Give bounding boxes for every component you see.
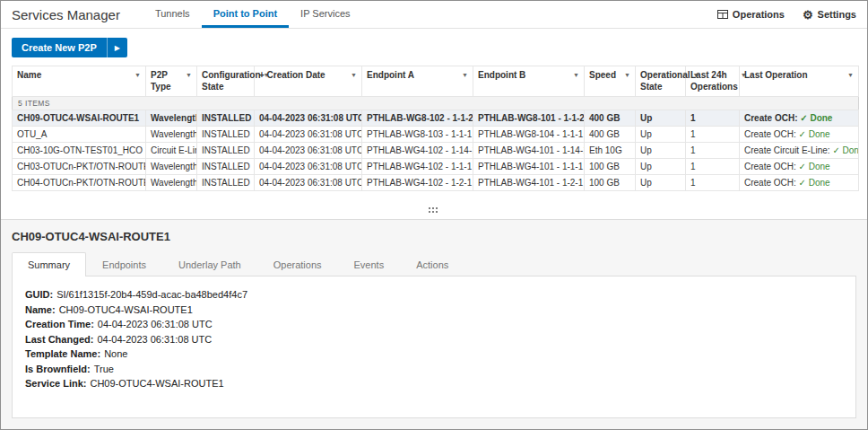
- column-header-last-operation[interactable]: Last Operation▼: [740, 66, 859, 97]
- detail-tab-summary[interactable]: Summary: [12, 252, 86, 276]
- cell-speed: 100 GB: [585, 175, 636, 191]
- items-count-label: 5 ITEMS: [13, 97, 859, 110]
- summary-card: GUID:SI/61f1315f-20b4-459d-acac-ba48bed4…: [12, 276, 856, 418]
- table-row[interactable]: CH04-OTUCn-PKT/OTN-ROUTE2 Wavelength INS…: [13, 175, 859, 191]
- cell-endpoint-a: PTHLAB-WG8-102 - 1-1-2: [362, 110, 473, 127]
- detail-tab-operations[interactable]: Operations: [257, 252, 338, 276]
- cell-creation-date: 04-04-2023 06:31:08 UTC: [255, 143, 362, 159]
- cell-endpoint-b: PTHLAB-WG4-101 - 1-14-1: [473, 143, 585, 159]
- panel-splitter[interactable]: [1, 203, 867, 219]
- top-bar: Services Manager Tunnels Point to Point …: [1, 1, 867, 29]
- cell-endpoint-b: PTHLAB-WG8-104 - 1-1-1: [473, 127, 585, 143]
- create-new-p2p-split-button: Create New P2P ▶: [12, 38, 127, 57]
- create-new-p2p-button[interactable]: Create New P2P: [12, 38, 107, 57]
- cell-last-24h-operations: 1: [686, 143, 740, 159]
- operation-done-status: ✓ Done: [832, 145, 858, 155]
- table-row[interactable]: CH03-10G-OTN-TEST01_HCO 1-14-1 Circuit E…: [13, 143, 859, 159]
- operations-label: Operations: [733, 9, 785, 20]
- cell-creation-date: 04-04-2023 06:31:08 UTC: [255, 110, 362, 127]
- operation-done-status: ✓ Done: [799, 162, 830, 171]
- cell-operational-state: Up: [636, 175, 686, 191]
- cell-last-24h-operations: 1: [686, 127, 740, 143]
- cell-configuration-state: INSTALLED: [197, 175, 255, 191]
- cell-endpoint-b: PTHLAB-WG4-101 - 1-1-1: [473, 159, 585, 175]
- cell-last-operation: Create OCH: ✓ Done: [740, 175, 859, 191]
- items-count-row: 5 ITEMS: [13, 97, 859, 110]
- filter-caret-icon[interactable]: ▼: [351, 70, 357, 82]
- column-header-operational-state[interactable]: Operational State▼: [636, 66, 686, 97]
- cell-last-24h-operations: 1: [686, 159, 740, 175]
- tab-point-to-point[interactable]: Point to Point: [202, 1, 289, 28]
- cell-configuration-state: INSTALLED: [197, 110, 255, 127]
- cell-speed: Eth 10G: [585, 143, 636, 159]
- cell-name: CH03-OTUCn-PKT/OTN-ROUTE1: [13, 159, 146, 175]
- cell-endpoint-b: PTHLAB-WG4-101 - 1-2-1: [473, 175, 585, 191]
- summary-row-is-brownfield: Is Brownfield:True: [25, 362, 843, 377]
- filter-caret-icon[interactable]: ▼: [186, 70, 192, 92]
- cell-p2p-type: Wavelength: [146, 175, 197, 191]
- cell-creation-date: 04-04-2023 06:31:08 UTC: [255, 175, 362, 191]
- column-header-creation-date[interactable]: + Creation Date▼: [255, 66, 362, 97]
- create-new-p2p-dropdown-icon[interactable]: ▶: [107, 38, 127, 57]
- cell-last-operation: Create OCH: ✓ Done: [740, 127, 859, 143]
- filter-caret-icon[interactable]: ▼: [462, 70, 468, 82]
- settings-label: Settings: [818, 9, 856, 20]
- cell-last-operation: Create OCH: ✓ Done: [740, 110, 859, 127]
- column-header-name[interactable]: Name▼: [13, 66, 146, 97]
- summary-row-creation-time: Creation Time:04-04-2023 06:31:08 UTC: [25, 317, 843, 332]
- cell-endpoint-a: PTHLAB-WG4-102 - 1-14-1: [362, 143, 473, 159]
- cell-name: CH04-OTUCn-PKT/OTN-ROUTE2: [13, 175, 146, 191]
- detail-tab-strip: Summary Endpoints Underlay Path Operatio…: [12, 252, 856, 276]
- cell-name: CH09-OTUC4-WSAI-ROUTE1: [13, 110, 146, 127]
- column-header-configuration-state[interactable]: Configuration State▼: [197, 66, 255, 97]
- filter-caret-icon[interactable]: ▼: [847, 70, 854, 82]
- cell-last-24h-operations: 1: [686, 175, 740, 191]
- detail-title: CH09-OTUC4-WSAI-ROUTE1: [12, 230, 856, 243]
- column-header-last-24h-operations[interactable]: Last 24h Operations▼: [686, 66, 740, 97]
- detail-tab-endpoints[interactable]: Endpoints: [86, 252, 162, 276]
- services-table: Name▼ P2P Type▼ Configuration State▼ + C…: [12, 66, 859, 191]
- cell-operational-state: Up: [636, 110, 686, 127]
- drag-handle-icon[interactable]: [429, 207, 439, 215]
- cell-last-24h-operations: 1: [686, 110, 740, 127]
- cell-last-operation: Create Circuit E-Line: ✓ Done: [740, 143, 859, 159]
- p2p-table-section: Create New P2P ▶ Name▼ P2P Type▼ Configu…: [1, 29, 867, 203]
- cell-speed: 400 GB: [585, 127, 636, 143]
- services-manager-window: Services Manager Tunnels Point to Point …: [0, 0, 868, 430]
- page-title: Services Manager: [12, 7, 120, 22]
- filter-caret-icon[interactable]: ▼: [624, 70, 630, 82]
- gear-icon: ⚙: [803, 9, 813, 21]
- operation-done-status: ✓ Done: [800, 113, 832, 123]
- column-header-speed[interactable]: Speed▼: [585, 66, 636, 97]
- summary-row-template-name: Template Name:None: [25, 347, 843, 362]
- operation-done-status: ✓ Done: [799, 178, 830, 188]
- detail-panel: CH09-OTUC4-WSAI-ROUTE1 Summary Endpoints…: [1, 219, 867, 429]
- operation-done-status: ✓ Done: [799, 129, 830, 139]
- filter-caret-icon[interactable]: ▼: [135, 70, 141, 82]
- table-row[interactable]: CH03-OTUCn-PKT/OTN-ROUTE1 Wavelength INS…: [13, 159, 859, 175]
- column-header-endpoint-b[interactable]: Endpoint B▼: [473, 66, 585, 97]
- cell-configuration-state: INSTALLED: [197, 143, 255, 159]
- detail-tab-events[interactable]: Events: [338, 252, 401, 276]
- table-row[interactable]: CH09-OTUC4-WSAI-ROUTE1 Wavelength INSTAL…: [13, 110, 859, 127]
- cell-p2p-type: Wavelength: [146, 127, 197, 143]
- summary-row-last-changed: Last Changed:04-04-2023 06:31:08 UTC: [25, 332, 843, 347]
- summary-row-service-link: Service Link:CH09-OTUC4-WSAI-ROUTE1: [25, 376, 843, 391]
- settings-button[interactable]: ⚙ Settings: [803, 9, 856, 21]
- cell-operational-state: Up: [636, 159, 686, 175]
- filter-caret-icon[interactable]: ▼: [573, 70, 579, 82]
- detail-tab-underlay-path[interactable]: Underlay Path: [162, 252, 257, 276]
- top-actions: Operations ⚙ Settings: [717, 1, 856, 28]
- cell-creation-date: 04-04-2023 06:31:08 UTC: [255, 127, 362, 143]
- cell-endpoint-a: PTHLAB-WG4-102 - 1-1-1: [362, 159, 473, 175]
- column-header-p2p-type[interactable]: P2P Type▼: [146, 66, 197, 97]
- column-header-endpoint-a[interactable]: Endpoint A▼: [362, 66, 473, 97]
- cell-p2p-type: Circuit E-Line: [146, 143, 197, 159]
- operations-button[interactable]: Operations: [717, 9, 785, 20]
- cell-endpoint-a: PTHLAB-WG4-102 - 1-2-1: [362, 175, 473, 191]
- detail-tab-actions[interactable]: Actions: [400, 252, 464, 276]
- summary-row-guid: GUID:SI/61f1315f-20b4-459d-acac-ba48bed4…: [25, 287, 843, 303]
- tab-ip-services[interactable]: IP Services: [289, 1, 361, 28]
- tab-tunnels[interactable]: Tunnels: [143, 1, 202, 28]
- table-row[interactable]: OTU_A Wavelength INSTALLED 04-04-2023 06…: [13, 127, 859, 143]
